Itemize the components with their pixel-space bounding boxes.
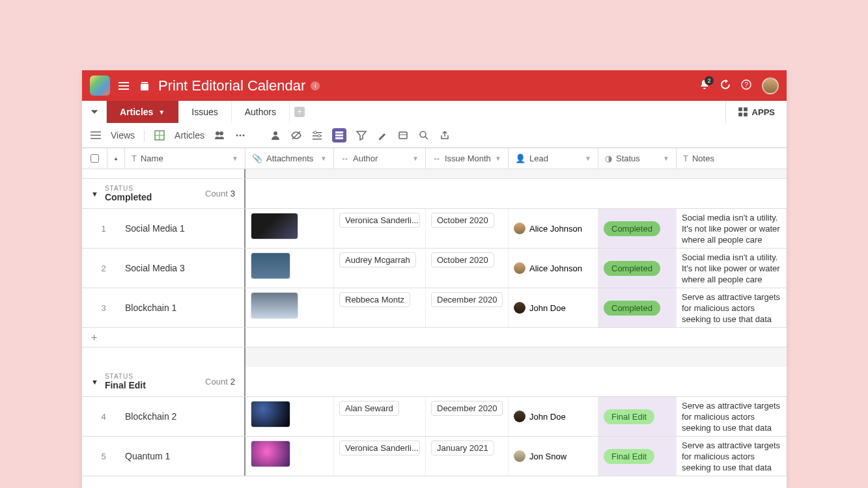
people-icon[interactable] xyxy=(270,129,281,141)
cell-attachments[interactable] xyxy=(245,209,334,248)
column-notes[interactable]: TNotes xyxy=(677,148,787,169)
lead-avatar xyxy=(514,411,525,422)
column-issue-month[interactable]: ↔Issue Month▼ xyxy=(426,148,509,169)
views-label[interactable]: Views xyxy=(111,130,135,141)
svg-rect-2 xyxy=(119,88,129,90)
attachment-thumb[interactable] xyxy=(251,213,298,239)
group-header[interactable]: ▼ STATUS Final Edit Count2 xyxy=(82,367,787,397)
cell-attachments[interactable] xyxy=(245,397,334,436)
cell-name[interactable]: Blockchain 1 xyxy=(125,303,176,313)
cell-issue-month[interactable]: December 2020 xyxy=(426,288,509,327)
group-header[interactable]: ▼ STATUS Completed Count3 xyxy=(82,179,787,209)
cell-attachments[interactable] xyxy=(245,288,334,327)
cell-attachments[interactable] xyxy=(245,437,334,476)
cell-lead[interactable]: Jon Snow xyxy=(509,437,598,476)
column-author[interactable]: ↔Author▼ xyxy=(334,148,426,169)
table-row[interactable]: 4 Blockchain 2 Alan Seward December 2020… xyxy=(82,397,787,437)
select-all-checkbox[interactable] xyxy=(82,148,107,169)
group-status-label: STATUS xyxy=(105,373,146,380)
cell-issue-month[interactable]: December 2020 xyxy=(426,397,509,436)
cell-notes[interactable]: Social media isn't a utility. It's not l… xyxy=(677,209,787,248)
tab-authors[interactable]: Authors xyxy=(232,101,290,123)
cell-status[interactable]: Completed xyxy=(598,209,677,248)
cell-status[interactable]: Final Edit xyxy=(598,397,677,436)
table-row[interactable]: 1 Social Media 1 Veronica Sanderli... Oc… xyxy=(82,209,787,249)
cell-author[interactable]: Veronica Sanderli... xyxy=(334,209,426,248)
expand-tabs-button[interactable] xyxy=(82,101,107,123)
cell-author[interactable]: Audrey Mcgarrah xyxy=(334,249,426,288)
cell-notes[interactable]: Serve as attractive targets for maliciou… xyxy=(677,288,787,327)
cell-author[interactable]: Rebbeca Montz xyxy=(334,288,426,327)
cell-lead[interactable]: Alice Johnson xyxy=(509,249,598,288)
color-icon[interactable] xyxy=(376,129,388,141)
attachment-thumb[interactable] xyxy=(251,292,298,319)
row-height-icon[interactable] xyxy=(332,128,346,142)
table-row[interactable]: 2 Social Media 3 Audrey Mcgarrah October… xyxy=(82,249,787,288)
cell-lead[interactable]: John Doe xyxy=(509,288,598,327)
cell-status[interactable]: Completed xyxy=(598,288,677,327)
collapse-icon[interactable]: ▼ xyxy=(91,190,98,198)
cell-notes[interactable]: Serve as attractive targets for maliciou… xyxy=(677,397,787,436)
group-count: Count3 xyxy=(205,189,235,198)
info-icon[interactable]: i xyxy=(311,81,320,90)
attachment-thumb[interactable] xyxy=(251,441,290,467)
users-icon[interactable] xyxy=(214,129,225,141)
column-attachments[interactable]: 📎Attachments▼ xyxy=(245,148,334,169)
table-header: TName▼ 📎Attachments▼ ↔Author▼ ↔Issue Mon… xyxy=(82,148,787,169)
cell-lead[interactable]: John Doe xyxy=(509,397,598,436)
column-name[interactable]: TName▼ xyxy=(125,148,245,169)
cell-issue-month[interactable]: October 2020 xyxy=(426,249,509,288)
cell-attachments[interactable] xyxy=(245,249,334,288)
hide-icon[interactable] xyxy=(290,129,302,141)
apps-button[interactable]: APPS xyxy=(725,101,787,123)
cell-issue-month[interactable]: October 2020 xyxy=(426,209,509,248)
add-tab-button[interactable]: + xyxy=(290,101,309,123)
page-icon[interactable] xyxy=(137,79,152,93)
card-icon[interactable] xyxy=(397,129,409,141)
cell-name[interactable]: Blockchain 2 xyxy=(125,411,176,422)
search-icon[interactable] xyxy=(418,129,430,141)
settings-icon[interactable] xyxy=(311,129,323,141)
apps-label: APPS xyxy=(752,107,775,117)
collapse-icon[interactable]: ▼ xyxy=(91,378,98,386)
cell-author[interactable]: Veronica Sanderli... xyxy=(334,437,426,476)
tab-issues[interactable]: Issues xyxy=(178,101,231,123)
tab-articles[interactable]: Articles ▼ xyxy=(107,101,178,123)
column-lead[interactable]: 👤Lead▼ xyxy=(509,148,598,169)
views-menu-icon[interactable] xyxy=(90,129,102,141)
svg-rect-30 xyxy=(399,132,407,139)
app-window: Print Editorial Calendar i 2 ? Articles … xyxy=(82,70,787,488)
notification-badge: 2 xyxy=(705,76,714,85)
cell-name[interactable]: Social Media 1 xyxy=(125,223,185,234)
svg-rect-10 xyxy=(91,135,101,136)
cell-name[interactable]: Social Media 3 xyxy=(125,263,185,273)
help-icon[interactable]: ? xyxy=(741,79,751,92)
cell-status[interactable]: Completed xyxy=(598,249,677,288)
grid-icon[interactable] xyxy=(154,129,165,141)
notifications-button[interactable]: 2 xyxy=(699,79,710,92)
cell-notes[interactable]: Social media isn't a utility. It's not l… xyxy=(677,249,787,288)
table-row[interactable]: 3 Blockchain 1 Rebbeca Montz December 20… xyxy=(82,288,787,328)
sheet-name[interactable]: Articles xyxy=(175,130,204,141)
share-icon[interactable] xyxy=(439,129,451,141)
column-status[interactable]: ◑Status▼ xyxy=(598,148,677,169)
hamburger-icon[interactable] xyxy=(117,79,131,93)
group-name: Completed xyxy=(105,192,152,202)
user-avatar[interactable] xyxy=(762,77,779,94)
cell-lead[interactable]: Alice Johnson xyxy=(509,209,598,248)
attachment-thumb[interactable] xyxy=(251,401,290,427)
table-row[interactable]: 5 Quantum 1 Veronica Sanderli... January… xyxy=(82,437,787,476)
history-icon[interactable] xyxy=(720,79,731,92)
cell-status[interactable]: Final Edit xyxy=(598,437,677,476)
cell-notes[interactable]: Serve as attractive targets for maliciou… xyxy=(677,437,787,476)
app-logo[interactable] xyxy=(90,75,110,96)
attachment-thumb[interactable] xyxy=(251,252,290,279)
group-status-label: STATUS xyxy=(105,185,152,192)
lead-avatar xyxy=(514,262,525,274)
add-row-button[interactable]: + xyxy=(82,328,787,347)
filter-icon[interactable] xyxy=(356,129,367,141)
cell-author[interactable]: Alan Seward xyxy=(334,397,426,436)
cell-name[interactable]: Quantum 1 xyxy=(125,451,170,461)
more-icon[interactable] xyxy=(234,129,246,141)
cell-issue-month[interactable]: January 2021 xyxy=(426,437,509,476)
